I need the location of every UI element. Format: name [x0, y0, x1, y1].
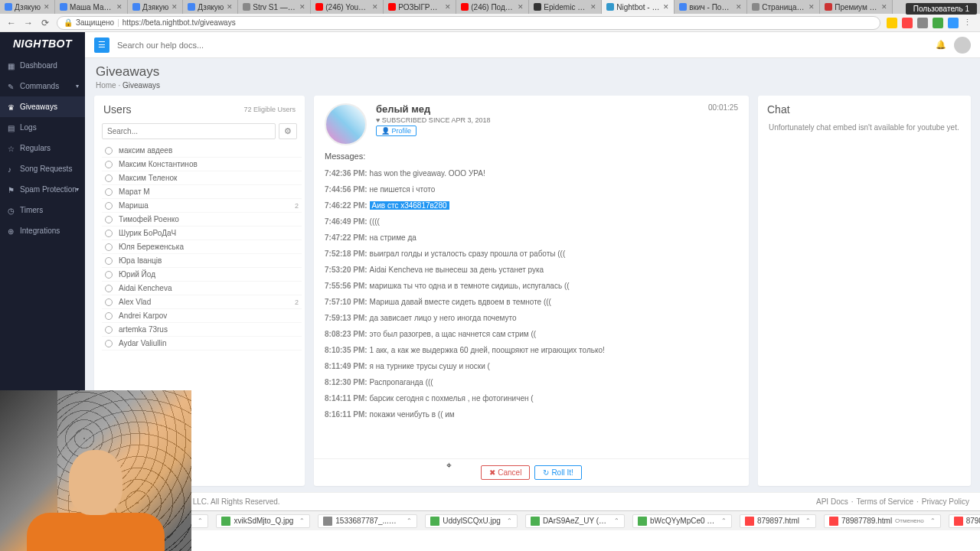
cursor-icon: ⌖: [446, 460, 452, 471]
lock-icon: 🔒: [64, 18, 73, 27]
list-item[interactable]: Andrei Karpov: [102, 309, 302, 323]
users-search-input[interactable]: [102, 123, 276, 139]
avatar[interactable]: [954, 37, 971, 54]
sidebar-item-commands[interactable]: ✎Commands▾: [0, 76, 85, 96]
message-row: 8:08:23 PM:это был разогрев, а щас начне…: [325, 326, 738, 342]
messages-label: Messages:: [314, 150, 749, 165]
message-row: 7:44:56 PM:не пишется і чтото: [325, 181, 738, 197]
browser-tab[interactable]: Nightbot - Giveaways✕: [602, 0, 675, 14]
roll-button[interactable]: ↻ Roll It!: [534, 465, 581, 480]
browser-tab[interactable]: Страница отправки✕: [747, 0, 820, 14]
sidebar-item-timers[interactable]: ◷Timers: [0, 200, 85, 220]
browser-tab[interactable]: Epidemic Sound |✕: [529, 0, 602, 14]
list-item[interactable]: Марат М: [102, 185, 302, 199]
message-row: 7:47:22 PM:на стриме да: [325, 230, 738, 246]
forward-icon[interactable]: →: [23, 18, 34, 28]
browser-tab[interactable]: Дзякую✕: [128, 0, 183, 14]
reload-icon[interactable]: ⟳: [40, 18, 51, 28]
winner-avatar: [325, 103, 367, 145]
message-row: 7:42:36 PM:has won the giveaway. ООО УРА…: [325, 165, 738, 181]
ext-icon[interactable]: [887, 18, 897, 28]
list-item[interactable]: Мариша2: [102, 199, 302, 213]
download-item[interactable]: 1533687787_...worreplay⌃: [318, 514, 417, 528]
list-item[interactable]: Максим Константинов: [102, 158, 302, 171]
list-item[interactable]: Тимофей Роенко: [102, 213, 302, 227]
sidebar-item-spam-protection[interactable]: ⚑Spam Protection▾: [0, 179, 85, 200]
breadcrumb: Home · Giveaways: [96, 81, 969, 90]
list-item[interactable]: Aydar Valiullin: [102, 337, 302, 350]
url-text: https://beta.nightbot.tv/giveaways: [122, 18, 236, 27]
url-field[interactable]: 🔒 Защищено | https://beta.nightbot.tv/gi…: [57, 16, 880, 30]
bell-icon[interactable]: 🔔: [936, 40, 946, 50]
eligible-count: 72 Eligible Users: [243, 106, 296, 113]
sidebar-item-song-requests[interactable]: ♪Song Requests: [0, 158, 85, 179]
sidebar-item-giveaways[interactable]: ♛Giveaways: [0, 96, 85, 117]
breadcrumb-home[interactable]: Home: [96, 81, 116, 90]
message-row: 7:46:22 PM:Аив стс х346817в280: [325, 197, 738, 214]
heart-icon: ♥: [376, 116, 380, 124]
message-row: 8:12:30 PM:Распропаганда (((: [325, 374, 738, 390]
browser-tab[interactable]: Премиум магазин W✕: [820, 0, 893, 14]
message-row: 7:46:49 PM:((((: [325, 214, 738, 230]
list-item[interactable]: Aidai Kencheva: [102, 282, 302, 295]
footer-link[interactable]: Privacy Policy: [922, 497, 969, 506]
list-item[interactable]: максим авдеев: [102, 144, 302, 158]
menu-toggle-icon[interactable]: ☰: [94, 37, 109, 53]
list-item[interactable]: Alex Vlad2: [102, 295, 302, 309]
list-item[interactable]: Шурик БоРоДаЧ: [102, 227, 302, 240]
browser-tab[interactable]: (246) Подписки - You✕: [456, 0, 529, 14]
download-item[interactable]: xvikSdMjto_Q.jpg⌃: [216, 514, 310, 528]
ext-icon[interactable]: [933, 18, 943, 28]
topbar: ☰ 🔔: [85, 32, 980, 58]
browser-tab[interactable]: Strv S1 — Global wiki✕: [238, 0, 311, 14]
message-row: 7:57:10 PM:Мариша давай вместе сидеть вд…: [325, 294, 738, 310]
browser-tab[interactable]: Дзякую✕: [0, 0, 55, 14]
footer: Copyright © 2018 NightDev, LLC. All Righ…: [85, 492, 980, 510]
logo: NIGHTBOT: [0, 32, 85, 55]
chat-title: Chat: [767, 103, 790, 116]
download-item[interactable]: UddylSCQxU.jpg⌃: [425, 514, 518, 528]
message-row: 8:14:11 PM:барсик сегодня с похмелья , н…: [325, 390, 738, 406]
browser-tab[interactable]: РОЗЫГРЫШ ПРЕМИ✕: [384, 0, 456, 14]
list-item[interactable]: Юрий Йод: [102, 268, 302, 282]
ext-icon[interactable]: [948, 18, 959, 28]
download-item[interactable]: bWcQYyMpCe0 (1).jpg⌃: [632, 514, 732, 528]
list-item[interactable]: Максим Теленок: [102, 171, 302, 185]
gear-icon[interactable]: ⚙: [279, 123, 297, 139]
footer-link[interactable]: Terms of Service: [857, 497, 913, 506]
ext-icon[interactable]: [917, 18, 928, 28]
browser-tab[interactable]: Маша Малиновска✕: [55, 0, 128, 14]
browser-tabs: Дзякую✕Маша Малиновска✕Дзякую✕Дзякую✕Str…: [0, 0, 980, 14]
profile-button[interactable]: 👤 Profile: [376, 126, 416, 136]
breadcrumb-current: Giveaways: [122, 81, 160, 90]
back-icon[interactable]: ←: [6, 18, 17, 28]
page-title: Giveaways: [96, 64, 969, 80]
users-title: Users: [103, 103, 132, 116]
browser-tab[interactable]: Дзякую✕: [183, 0, 238, 14]
list-item[interactable]: artemka 73rus: [102, 323, 302, 337]
download-item[interactable]: DArS9AeZ_UY (1).jpg⌃: [525, 514, 625, 528]
cancel-button[interactable]: ✖ Cancel: [481, 465, 530, 480]
download-item[interactable]: 879879.html⌃: [949, 514, 980, 528]
ext-icon[interactable]: [902, 18, 913, 28]
download-item[interactable]: 78987789.htmlОтменено⌃: [824, 514, 941, 528]
message-row: 8:11:49 PM:я на турнике трусы сушу и нос…: [325, 358, 738, 374]
browser-tab[interactable]: (246) YouTube✕: [311, 0, 384, 14]
sidebar-item-regulars[interactable]: ☆Regulars: [0, 138, 85, 158]
footer-link[interactable]: API Docs: [816, 497, 848, 506]
sidebar-item-dashboard[interactable]: ▦Dashboard: [0, 55, 85, 76]
help-search-input[interactable]: [117, 41, 928, 50]
list-item[interactable]: Юля Береженська: [102, 240, 302, 254]
winner-panel: белый мед ♥ SUBSCRIBED SINCE APR 3, 2018…: [314, 96, 749, 486]
sidebar-item-integrations[interactable]: ⊕Integrations: [0, 220, 85, 241]
address-bar: ← → ⟳ 🔒 Защищено | https://beta.nightbot…: [0, 14, 980, 32]
secure-label: Защищено: [76, 18, 114, 27]
window-title: Пользователь 1: [906, 3, 977, 15]
timer: 00:01:25: [708, 103, 738, 112]
list-item[interactable]: Юра Іванців: [102, 254, 302, 268]
sidebar-item-logs[interactable]: ▤Logs: [0, 117, 85, 138]
sub-since: SUBSCRIBED SINCE APR 3, 2018: [382, 116, 491, 124]
webcam-overlay: [0, 390, 191, 551]
download-item[interactable]: 879897.html⌃: [740, 514, 816, 528]
browser-tab[interactable]: вкич - Поиск в Goog✕: [675, 0, 747, 14]
